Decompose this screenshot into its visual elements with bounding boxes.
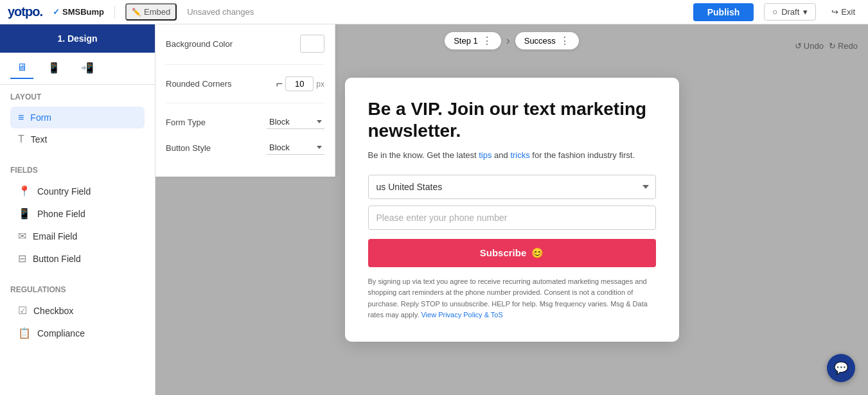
phone-icon: 📱 xyxy=(18,207,31,220)
corner-input[interactable] xyxy=(285,76,314,91)
sidebar-item-button[interactable]: ⊟ Button Field xyxy=(10,247,145,270)
subtitle-plain: Be in the know. Get the latest xyxy=(368,150,479,160)
exit-icon: ↪ xyxy=(831,7,838,17)
form-title: Be a VIP. Join our text marketing newsle… xyxy=(368,98,656,141)
success-pill[interactable]: Success ⋮ xyxy=(515,32,579,49)
text-label: Text xyxy=(31,134,48,145)
step-arrow-icon: › xyxy=(506,34,510,48)
desktop-icon[interactable]: 🖥 xyxy=(10,58,33,79)
draft-label: Draft xyxy=(781,7,799,17)
subscribe-button[interactable]: Subscribe 😊 xyxy=(368,239,656,267)
smsbump-badge: ✓ SMSBump xyxy=(53,7,104,17)
prop-divider-1 xyxy=(166,64,324,65)
prop-divider-2 xyxy=(166,103,324,103)
step1-pill[interactable]: Step 1 ⋮ xyxy=(445,32,501,49)
bg-color-row: Background Color xyxy=(166,35,324,53)
sidebar-item-phone[interactable]: 📱 Phone Field xyxy=(10,202,145,225)
rounded-corners-label: Rounded Corners xyxy=(166,79,232,89)
success-label: Success xyxy=(524,36,556,46)
draft-button[interactable]: ○ Draft ▾ xyxy=(764,3,816,21)
form-type-row: Form Type Block xyxy=(166,115,324,129)
tablet-icon[interactable]: 📱 xyxy=(41,58,67,79)
redo-icon: ↻ xyxy=(829,41,836,51)
form-subtitle: Be in the know. Get the latest tips and … xyxy=(368,149,656,162)
compliance-label: Compliance xyxy=(37,328,85,338)
text-icon: T xyxy=(18,134,24,145)
px-label: px xyxy=(316,80,324,89)
corner-brackets-icon: ⌐ xyxy=(276,77,283,91)
sidebar-item-form[interactable]: ≡ Form xyxy=(10,107,145,128)
exit-button[interactable]: ↪ Exit xyxy=(826,4,860,19)
subtitle-mid: and xyxy=(492,150,510,160)
redo-label: Redo xyxy=(838,41,858,51)
button-style-row: Button Style Block xyxy=(166,141,324,155)
publish-button[interactable]: Publish xyxy=(693,3,754,21)
draft-radio-icon: ○ xyxy=(772,7,777,17)
success-dots-icon[interactable]: ⋮ xyxy=(560,35,570,47)
step1-label: Step 1 xyxy=(454,36,478,46)
legal-text: By signing up via text you agree to rece… xyxy=(368,276,656,321)
form-icon: ≡ xyxy=(18,112,24,123)
nav-divider xyxy=(114,6,115,19)
redo-button[interactable]: ↻ Redo xyxy=(829,41,858,51)
content-area: 1. Design 🖥 📱 📲 Layout ≡ Form T Text Fie… xyxy=(0,24,868,395)
design-label: 1. Design xyxy=(57,33,97,44)
chat-bubble[interactable]: 💬 xyxy=(827,354,855,382)
form-card: Be a VIP. Join our text marketing newsle… xyxy=(345,78,679,342)
email-icon: ✉ xyxy=(18,230,26,242)
legal-text-content: By signing up via text you agree to rece… xyxy=(368,277,648,319)
compliance-icon: 📋 xyxy=(18,327,31,339)
phone-input[interactable] xyxy=(368,206,656,230)
undo-button[interactable]: ↺ Undo xyxy=(795,41,824,51)
chat-bubble-icon: 💬 xyxy=(834,361,848,375)
regulations-title: Regulations xyxy=(10,285,145,294)
yotpo-logo: yotpo. xyxy=(8,4,42,19)
pencil-icon: ✏️ xyxy=(132,8,141,17)
checkbox-label: Checkbox xyxy=(33,306,73,316)
sidebar-item-text[interactable]: T Text xyxy=(10,128,145,150)
form-type-select[interactable]: Block xyxy=(267,115,324,129)
undo-icon: ↺ xyxy=(795,41,802,51)
step1-dots-icon[interactable]: ⋮ xyxy=(482,35,492,47)
sidebar-item-country[interactable]: 📍 Country Field xyxy=(10,180,145,202)
undo-label: Undo xyxy=(804,41,824,51)
phone-field-label: Phone Field xyxy=(37,209,85,219)
bg-color-swatch[interactable] xyxy=(300,35,324,53)
layout-section: Layout ≡ Form T Text xyxy=(0,85,155,158)
button-style-label: Button Style xyxy=(166,143,211,153)
rounded-corners-input-group: ⌐ px xyxy=(276,76,324,91)
sidebar-item-checkbox[interactable]: ☑ Checkbox xyxy=(10,299,145,322)
embed-button[interactable]: ✏️ Embed xyxy=(125,3,177,21)
form-label: Form xyxy=(30,112,51,123)
exit-label: Exit xyxy=(841,7,855,17)
sidebar-item-email[interactable]: ✉ Email Field xyxy=(10,225,145,247)
subtitle-end: for the fashion industry first. xyxy=(530,150,635,160)
country-field-label: Country Field xyxy=(37,186,91,197)
form-type-label: Form Type xyxy=(166,118,206,127)
subscribe-label: Subscribe xyxy=(480,247,527,258)
subtitle-tips: tips xyxy=(479,150,492,160)
device-icons: 🖥 📱 📲 xyxy=(0,53,155,85)
top-nav: yotpo. ✓ SMSBump ✏️ Embed Unsaved change… xyxy=(0,0,868,24)
privacy-link[interactable]: View Privacy Policy & ToS xyxy=(421,311,502,319)
checkbox-icon: ☑ xyxy=(18,304,27,317)
sidebar: 1. Design 🖥 📱 📲 Layout ≡ Form T Text Fie… xyxy=(0,24,155,395)
logo-area: yotpo. xyxy=(8,4,42,19)
sidebar-item-compliance[interactable]: 📋 Compliance xyxy=(10,322,145,344)
fields-section: Fields 📍 Country Field 📱 Phone Field ✉ E… xyxy=(0,158,155,277)
draft-chevron-icon: ▾ xyxy=(803,7,808,17)
bg-color-label: Background Color xyxy=(166,39,233,49)
rounded-corners-row: Rounded Corners ⌐ px xyxy=(166,76,324,91)
button-style-select[interactable]: Block xyxy=(267,141,324,155)
sidebar-header: 1. Design xyxy=(0,24,155,53)
subscribe-emoji: 😊 xyxy=(531,247,544,259)
subtitle-tricks: tricks xyxy=(510,150,529,160)
undo-redo-area: ↺ Undo ↻ Redo xyxy=(795,41,858,51)
layout-title: Layout xyxy=(10,92,145,101)
brand-name: SMSBump xyxy=(62,7,104,17)
location-icon: 📍 xyxy=(18,185,31,197)
mobile-icon[interactable]: 📲 xyxy=(75,58,100,79)
country-select[interactable]: us United States xyxy=(368,175,656,199)
fields-title: Fields xyxy=(10,166,145,175)
checkmark-icon: ✓ xyxy=(53,7,60,17)
